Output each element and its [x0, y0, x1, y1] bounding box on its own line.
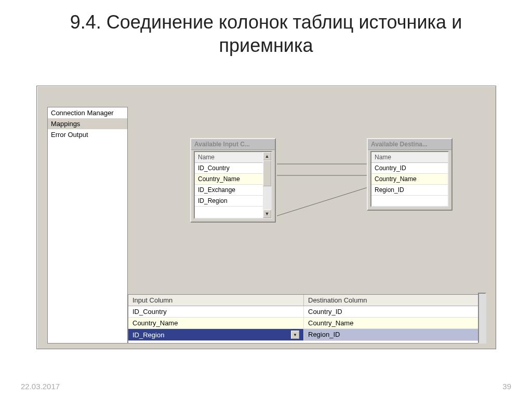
dropdown-icon[interactable]: ▼	[291, 331, 299, 339]
dest-col-country-name[interactable]: Country_Name	[371, 174, 448, 185]
input-scrollbar[interactable]: ▲ ▼	[263, 152, 271, 218]
sidebar-item-mappings[interactable]: Mappings	[48, 118, 127, 129]
mapping-input-value: ID_Region	[132, 331, 164, 339]
mapping-dest-cell[interactable]: Country_ID	[304, 306, 480, 317]
available-destination-columns-box: Available Destina... Name Country_ID Cou…	[367, 138, 453, 211]
slide-date: 22.03.2017	[21, 382, 60, 391]
sidebar-item-connection-manager[interactable]: Connection Manager	[48, 107, 127, 118]
sidebar-item-error-output[interactable]: Error Output	[48, 129, 127, 140]
mapping-row[interactable]: ID_Country Country_ID	[128, 306, 480, 318]
mapping-header-dest[interactable]: Destination Column	[304, 295, 480, 306]
input-col-country-name[interactable]: Country_Name	[195, 174, 263, 185]
available-input-columns-box: Available Input C... Name ID_Country Cou…	[190, 138, 276, 223]
input-col-header[interactable]: Name	[195, 152, 263, 163]
mapping-input-cell[interactable]: Country_Name	[128, 318, 304, 328]
scroll-up-icon[interactable]: ▲	[263, 152, 271, 160]
sidebar: Connection Manager Mappings Error Output	[47, 107, 128, 344]
scroll-down-icon[interactable]: ▼	[263, 210, 271, 218]
mapping-header-input[interactable]: Input Column	[128, 295, 304, 306]
mapping-table-scrollbar[interactable]	[478, 293, 486, 344]
mapping-input-cell[interactable]: ID_Country	[128, 306, 304, 317]
scroll-thumb[interactable]	[263, 160, 271, 186]
dest-box-title: Available Destina...	[368, 139, 451, 150]
dest-col-header[interactable]: Name	[371, 152, 448, 163]
dest-col-country-id[interactable]: Country_ID	[371, 163, 448, 174]
slide-title: 9.4. Соединение колонок таблиц источника…	[0, 0, 532, 62]
dest-col-region-id[interactable]: Region_ID	[371, 185, 448, 196]
mapping-dest-cell[interactable]: Country_Name	[304, 318, 480, 328]
slide-footer: 22.03.2017 39	[0, 382, 532, 391]
mapping-row[interactable]: Country_Name Country_Name	[128, 318, 480, 329]
mapping-canvas: Available Input C... Name ID_Country Cou…	[128, 107, 486, 344]
mapping-input-cell[interactable]: ID_Region ▼	[128, 329, 304, 340]
mapping-dest-cell[interactable]: Region_ID	[304, 329, 480, 340]
mapping-row-selected[interactable]: ID_Region ▼ Region_ID	[128, 329, 480, 341]
input-col-id-country[interactable]: ID_Country	[195, 163, 263, 174]
input-col-id-exchange[interactable]: ID_Exchange	[195, 185, 263, 196]
svg-line-2	[277, 187, 368, 216]
mapping-table: Input Column Destination Column ID_Count…	[128, 294, 480, 344]
input-box-title: Available Input C...	[191, 139, 275, 150]
input-col-id-region[interactable]: ID_Region	[195, 196, 263, 207]
editor-dialog: Connection Manager Mappings Error Output…	[36, 86, 496, 349]
slide-page-number: 39	[502, 382, 511, 391]
